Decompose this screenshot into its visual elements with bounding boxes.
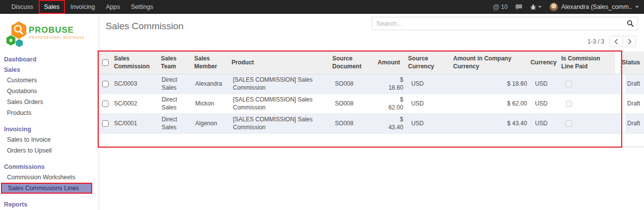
col-sales-member[interactable]: Sales Member [190,52,228,74]
caret-down-icon [538,6,542,8]
cell-sales-commission: SC/0003 [110,74,158,94]
row-checkbox[interactable] [102,81,109,87]
sidebar-nav: Dashboard Sales Customers Quotations Sal… [0,54,99,210]
sidebar-item-customers[interactable]: Customers [0,75,99,86]
page-title: Sales Commission [106,21,183,32]
col-is-commission-line-paid[interactable]: Is Commision Line Paid [557,52,616,74]
sidebar-heading-sales[interactable]: Sales [0,64,99,75]
cell-is-paid [562,74,621,94]
column-gap [621,94,625,113]
sales-commission-table: Sales Commission Sales Team Sales Member… [99,52,644,147]
user-menu[interactable]: Alexandra (Sales_comm.. [549,2,639,11]
col-product[interactable]: Product [228,52,328,74]
cell-product: [SALES COMMISSION] Sales Commission [229,74,331,94]
cell-status: Draft [625,114,644,133]
cell-sales-member: Alexandra [191,74,229,94]
sidebar-heading-invoicing[interactable]: Invoicing [0,124,99,134]
cell-source-document: SO008 [331,114,380,133]
activities-count: 10 [501,3,508,10]
cell-product: [SALES COMMISSION] Sales Commission [229,114,331,133]
sidebar-heading-reports[interactable]: Reports [0,199,99,210]
cell-source-document: SO008 [331,74,380,94]
row-select-cell [99,94,110,113]
cell-amount-company-currency: $ 43.40 [453,114,531,133]
cell-sales-commission: SC/0001 [110,114,158,133]
col-amount[interactable]: Amount [376,52,404,74]
cell-status: Draft [625,74,644,94]
cell-currency: USD [531,94,562,113]
column-gap [621,114,625,133]
cell-currency: USD [531,114,562,133]
topbar-right: @ 10 Alexandra (Sales_comm.. [493,0,644,14]
cell-is-paid [562,94,621,113]
menu-invoicing[interactable]: Invoicing [65,0,100,14]
select-all-checkbox[interactable] [102,59,109,66]
sidebar-item-sales-commissions-lines[interactable]: Sales Commissions Lines [1,183,92,194]
is-paid-checkbox [566,101,572,107]
cell-sales-commission: SC/0002 [110,94,158,113]
row-select-cell [99,114,110,133]
column-gap [621,74,625,94]
sidebar-item-sales-orders[interactable]: Sales Orders [0,97,99,107]
col-source-currency[interactable]: Source Currency [404,52,449,74]
column-gap [615,52,620,74]
cell-amount-company-currency: $ 18.60 [453,74,531,94]
user-name: Alexandra (Sales_comm.. [561,3,632,10]
brand-name: PROBUSE [29,25,74,35]
menu-discuss[interactable]: Discuss [6,0,39,14]
cell-source-currency: USD [407,114,453,133]
cell-sales-team: Direct Sales [158,94,191,113]
cell-source-currency: USD [407,94,453,113]
messages-icon[interactable] [515,4,523,10]
table-row[interactable]: SC/0001 Direct Sales Algenon [SALES COMM… [99,114,644,134]
probuse-logo: PROBUSE PROFESSIONAL BUSINESS [0,14,99,54]
debug-icon[interactable] [530,4,542,10]
sidebar-item-quotations[interactable]: Quotations [0,86,99,97]
menu-apps[interactable]: Apps [100,0,125,14]
cell-sales-team: Direct Sales [158,74,191,94]
row-checkbox[interactable] [102,120,109,127]
avatar [549,2,558,11]
cell-product: [SALES COMMISSION] Sales Commission [229,94,331,113]
sidebar-item-products[interactable]: Products [0,107,99,118]
col-source-document[interactable]: Source Document [328,52,376,74]
is-paid-checkbox [566,81,572,87]
table-row[interactable]: SC/0002 Direct Sales Mickon [SALES COMMI… [99,94,644,114]
search-box [372,17,638,30]
cell-currency: USD [531,74,562,94]
sidebar-heading-dashboard[interactable]: Dashboard [0,54,99,64]
col-sales-commission[interactable]: Sales Commission [110,52,157,74]
caret-down-icon [635,6,639,8]
sidebar-item-orders-to-upsell[interactable]: Orders to Upsell [0,145,99,156]
search-icon[interactable] [623,17,638,30]
sidebar-item-commission-worksheets[interactable]: Commission Worksheets [0,172,99,183]
col-status[interactable]: Status [620,52,644,74]
is-paid-checkbox [566,120,572,127]
sidebar: PROBUSE PROFESSIONAL BUSINESS Dashboard … [0,14,99,210]
table-header-row: Sales Commission Sales Team Sales Member… [99,52,644,74]
cell-status: Draft [625,94,644,113]
menu-settings[interactable]: Settings [125,0,159,14]
activities-menu[interactable]: @ 10 [493,3,508,11]
sidebar-item-sales-to-invoice[interactable]: Sales to Invoice [0,134,99,145]
logo-hexagon-orange [11,21,26,39]
table-empty-area [99,134,644,147]
pager-prev-button[interactable] [609,36,623,47]
sidebar-heading-commissions[interactable]: Commissions [0,161,99,172]
cell-source-currency: USD [407,74,453,94]
col-currency[interactable]: Currency [527,52,557,74]
cell-amount: $ 62.00 [379,94,407,113]
col-sales-team[interactable]: Sales Team [157,52,190,74]
top-navbar: Discuss Sales Invoicing Apps Settings @ … [0,0,644,14]
search-input[interactable] [372,20,623,27]
pager: 1-3 / 3 [587,36,636,47]
row-checkbox[interactable] [102,101,109,107]
pager-next-button[interactable] [623,36,636,47]
col-amount-company-currency[interactable]: Amount in Company Currency [449,52,527,74]
cell-amount: $ 43.40 [379,114,407,133]
cell-amount-company-currency: $ 62.00 [453,94,531,113]
cell-sales-member: Algenon [191,114,229,133]
cell-sales-team: Direct Sales [158,114,191,133]
menu-sales[interactable]: Sales [39,0,65,14]
table-row[interactable]: SC/0003 Direct Sales Alexandra [SALES CO… [99,74,644,94]
